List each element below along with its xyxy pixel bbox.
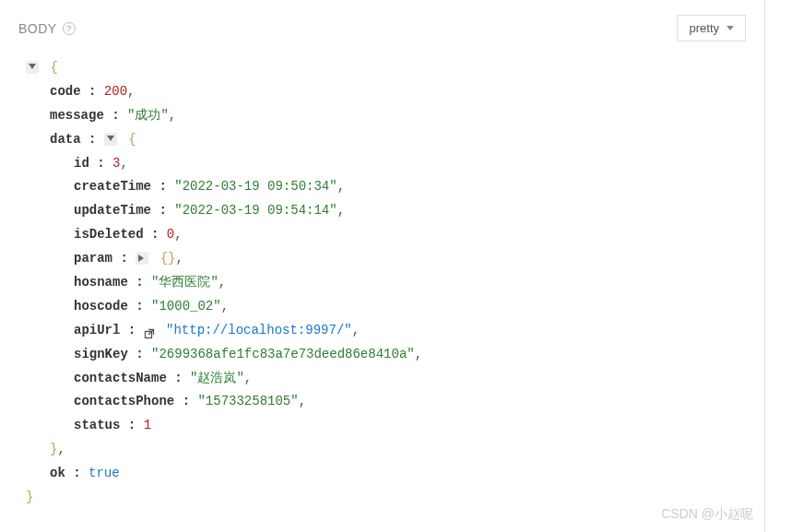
json-key: hoscode (74, 299, 128, 313)
body-label: BODY (18, 21, 57, 36)
colon: : (136, 299, 151, 313)
colon: : (159, 179, 174, 194)
json-viewer: { code : 200, message : "成功", data : { i… (18, 56, 746, 510)
colon: : (112, 108, 127, 123)
json-value: 200 (104, 84, 127, 99)
json-line: apiUrl : "http://localhost:9997/", (26, 319, 746, 343)
json-key: isDeleted (74, 227, 144, 242)
colon: : (73, 466, 89, 480)
json-value: "15733258105" (197, 394, 298, 408)
json-line: code : 200, (26, 80, 746, 104)
colon: : (89, 132, 104, 147)
json-value: "赵浩岚" (190, 371, 244, 385)
colon: : (89, 84, 104, 99)
chevron-down-icon (727, 26, 734, 30)
json-line: id : 3, (26, 152, 746, 176)
brace-empty: {} (160, 251, 176, 266)
json-line: message : "成功", (26, 104, 746, 128)
json-key: data (50, 132, 81, 147)
colon: : (97, 156, 112, 171)
json-line: status : 1 (26, 414, 746, 438)
brace-close: } (26, 490, 33, 504)
expand-toggle-icon[interactable] (136, 252, 148, 265)
collapse-toggle-icon[interactable] (26, 61, 39, 74)
external-link-icon[interactable] (144, 325, 155, 336)
panel-header: BODY ? pretty (18, 15, 746, 41)
json-line: hosname : "华西医院", (26, 271, 746, 295)
header-left: BODY ? (18, 21, 76, 36)
json-key: ok (50, 466, 65, 480)
json-value: "2022-03-19 09:50:34" (174, 179, 337, 194)
json-value: true (89, 466, 120, 480)
json-key: id (74, 156, 89, 171)
json-value: 1 (144, 418, 151, 432)
json-line: createTime : "2022-03-19 09:50:34", (26, 175, 746, 199)
brace-open: { (50, 60, 57, 75)
colon: : (151, 227, 167, 242)
colon: : (136, 275, 151, 290)
json-key: hosname (74, 275, 128, 290)
json-line: isDeleted : 0, (26, 223, 746, 247)
json-line: ok : true (26, 462, 746, 486)
json-key: signKey (74, 347, 128, 361)
json-line: contactsName : "赵浩岚", (26, 367, 746, 391)
brace-open: { (128, 132, 136, 147)
json-key: apiUrl (74, 323, 120, 337)
json-key: contactsPhone (74, 394, 174, 408)
json-value: "成功" (127, 108, 169, 123)
json-value-url[interactable]: "http://localhost:9997/" (166, 323, 352, 337)
json-value: "2022-03-19 09:54:14" (174, 203, 337, 218)
json-key: param (74, 251, 112, 266)
body-panel: BODY ? pretty { code : 200, message : "成… (0, 0, 765, 532)
help-icon[interactable]: ? (63, 22, 76, 35)
json-value: "1000_02" (151, 299, 221, 313)
json-line: signKey : "2699368afe1fc83a7e73deed86e84… (26, 343, 746, 367)
colon: : (183, 394, 198, 408)
svg-marker-1 (107, 136, 114, 141)
json-line: } (26, 486, 746, 510)
colon: : (136, 347, 151, 361)
json-line: { (26, 56, 746, 80)
json-value: "2699368afe1fc83a7e73deed86e8410a" (151, 347, 415, 361)
json-key: message (50, 108, 104, 123)
collapse-toggle-icon[interactable] (104, 133, 117, 146)
json-line: data : { (26, 128, 746, 152)
json-value: "华西医院" (151, 275, 219, 290)
colon: : (128, 418, 144, 432)
json-value: 0 (167, 227, 174, 242)
json-line: updateTime : "2022-03-19 09:54:14", (26, 199, 746, 223)
json-key: code (50, 84, 81, 99)
colon: : (128, 323, 144, 337)
svg-marker-0 (29, 64, 36, 69)
svg-marker-2 (138, 254, 144, 262)
json-key: status (74, 418, 120, 432)
json-line: param : {}, (26, 247, 746, 271)
view-mode-label: pretty (689, 21, 719, 35)
json-line: contactsPhone : "15733258105", (26, 390, 746, 414)
json-line: hoscode : "1000_02", (26, 295, 746, 319)
colon: : (159, 203, 174, 218)
colon: : (120, 251, 136, 266)
colon: : (174, 371, 190, 385)
json-key: updateTime (74, 203, 151, 218)
json-line: }, (26, 438, 746, 462)
view-mode-select[interactable]: pretty (677, 15, 746, 41)
json-key: createTime (74, 179, 151, 194)
json-key: contactsName (74, 371, 167, 385)
